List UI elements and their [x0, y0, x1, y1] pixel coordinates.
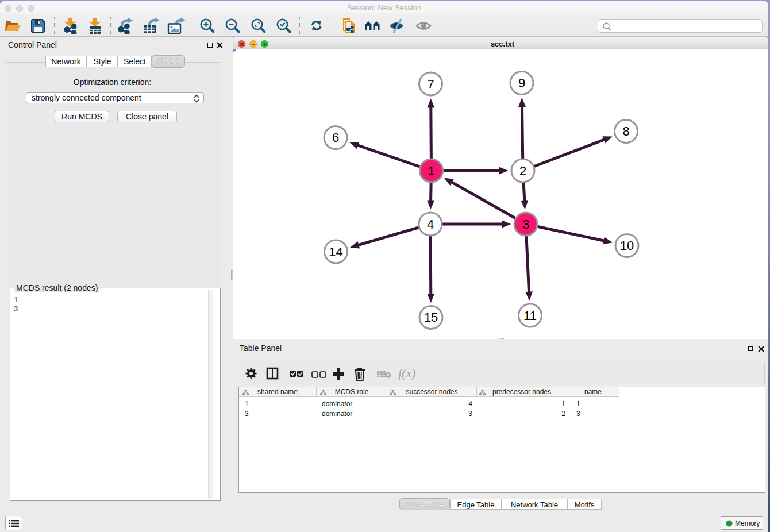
svg-text:2: 2 [519, 164, 526, 178]
svg-text:11: 11 [523, 309, 537, 323]
svg-text:7: 7 [427, 77, 434, 91]
svg-text:1: 1 [428, 164, 434, 178]
svg-text:10: 10 [620, 238, 634, 253]
svg-text:9: 9 [518, 76, 525, 90]
svg-text:8: 8 [622, 124, 629, 138]
svg-text:14: 14 [329, 245, 342, 259]
svg-text:15: 15 [424, 310, 438, 325]
svg-text:3: 3 [522, 217, 529, 232]
svg-text:4: 4 [427, 217, 434, 232]
svg-text:6: 6 [332, 130, 339, 145]
